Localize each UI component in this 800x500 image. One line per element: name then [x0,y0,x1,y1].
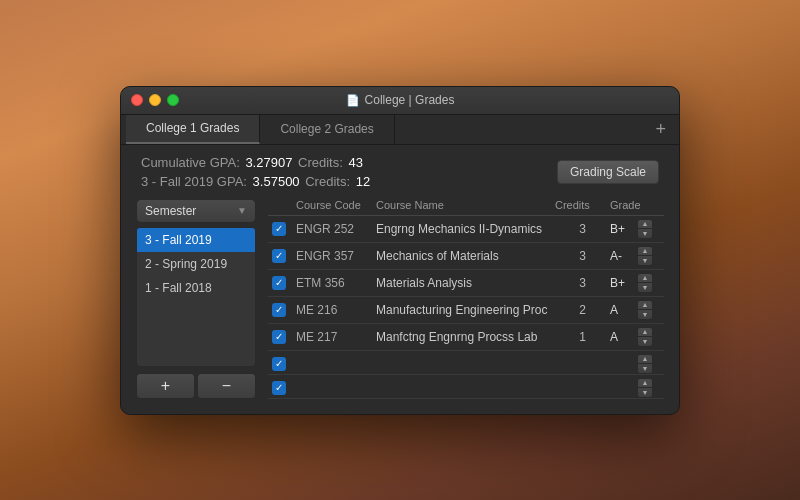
tab-bar: College 1 Grades College 2 Grades + [121,115,679,145]
semester-gpa-label: 3 - Fall 2019 GPA: [141,174,247,189]
stepper-up-6[interactable]: ▲ [638,355,652,364]
stepper-down-4[interactable]: ▼ [638,310,652,319]
tab-college-1[interactable]: College 1 Grades [126,115,260,144]
semester-credits-label: Credits: [305,174,350,189]
course-code-2: ENGR 357 [296,249,376,263]
stepper-down-6[interactable]: ▼ [638,364,652,373]
semester-item-fall-2018[interactable]: 1 - Fall 2018 [137,276,255,300]
stats-area: Cumulative GPA: 3.27907 Credits: 43 3 - … [121,145,679,199]
table-body: ENGR 252 Engrng Mechanics II-Dynamics 3 … [268,216,664,399]
minimize-button[interactable] [149,94,161,106]
course-name-4: Manufacturing Engineering Proc [376,303,555,317]
col-course-name: Course Name [376,199,555,211]
grade-stepper-5[interactable]: ▲ ▼ [637,327,653,347]
stepper-down-7[interactable]: ▼ [638,388,652,397]
tab-college-2[interactable]: College 2 Grades [260,115,394,144]
add-tab-button[interactable]: + [647,120,674,138]
row-checkbox-7[interactable] [272,381,286,395]
title-bar: 📄 College | Grades [121,87,679,115]
grade-value-3: B+ [610,276,635,290]
row-checkbox-5[interactable] [272,330,286,344]
grade-cell-4: A ▲ ▼ [610,300,660,320]
course-name-5: Manfctng Engnrng Procss Lab [376,330,555,344]
maximize-button[interactable] [167,94,179,106]
stepper-up-3[interactable]: ▲ [638,274,652,283]
col-grade: Grade [610,199,660,211]
remove-semester-button[interactable]: − [197,373,256,398]
grade-cell-3: B+ ▲ ▼ [610,273,660,293]
grade-stepper-6[interactable]: ▲ ▼ [637,354,653,374]
col-credits: Credits [555,199,610,211]
close-button[interactable] [131,94,143,106]
semester-gpa-value: 3.57500 [253,174,300,189]
cumulative-credits-value: 43 [348,155,362,170]
credits-4: 2 [555,303,610,317]
main-content: Semester ▼ 3 - Fall 2019 2 - Spring 2019… [121,199,679,414]
row-checkbox-1[interactable] [272,222,286,236]
row-checkbox-6[interactable] [272,357,286,371]
traffic-lights [131,94,179,106]
grade-stepper-7[interactable]: ▲ ▼ [637,378,653,398]
stepper-down-1[interactable]: ▼ [638,229,652,238]
course-name-1: Engrng Mechanics II-Dynamics [376,222,555,236]
cumulative-gpa-value: 3.27907 [245,155,292,170]
semester-gpa-row: 3 - Fall 2019 GPA: 3.57500 Credits: 12 [141,174,547,189]
chevron-down-icon: ▼ [237,205,247,216]
cumulative-credits-label: Credits: [298,155,343,170]
course-name-3: Materials Analysis [376,276,555,290]
grading-scale-button[interactable]: Grading Scale [557,160,659,184]
grade-cell-2: A- ▲ ▼ [610,246,660,266]
course-code-5: ME 217 [296,330,376,344]
grade-stepper-4[interactable]: ▲ ▼ [637,300,653,320]
stepper-up-1[interactable]: ▲ [638,220,652,229]
credits-3: 3 [555,276,610,290]
sidebar-controls: + − [136,373,256,398]
col-course-code: Course Code [296,199,376,211]
stepper-up-2[interactable]: ▲ [638,247,652,256]
row-checkbox-2[interactable] [272,249,286,263]
semester-item-spring-2019[interactable]: 2 - Spring 2019 [137,252,255,276]
stats-column: Cumulative GPA: 3.27907 Credits: 43 3 - … [141,155,547,189]
table-row: ENGR 252 Engrng Mechanics II-Dynamics 3 … [268,216,664,243]
table-row: ME 217 Manfctng Engnrng Procss Lab 1 A ▲… [268,324,664,351]
grade-stepper-3[interactable]: ▲ ▼ [637,273,653,293]
course-code-4: ME 216 [296,303,376,317]
stepper-up-7[interactable]: ▲ [638,379,652,388]
cumulative-gpa-row: Cumulative GPA: 3.27907 Credits: 43 [141,155,547,170]
grade-value-5: A [610,330,635,344]
main-window: 📄 College | Grades College 1 Grades Coll… [120,86,680,415]
table-row: ENGR 357 Mechanics of Materials 3 A- ▲ ▼ [268,243,664,270]
grade-cell-7: ▲ ▼ [610,378,660,398]
table-row-empty-2: ▲ ▼ [268,375,664,399]
course-table: Course Code Course Name Credits Grade EN… [268,199,664,399]
stepper-up-5[interactable]: ▲ [638,328,652,337]
cumulative-gpa-label: Cumulative GPA: [141,155,240,170]
grade-stepper-2[interactable]: ▲ ▼ [637,246,653,266]
grade-stepper-1[interactable]: ▲ ▼ [637,219,653,239]
grade-cell-1: B+ ▲ ▼ [610,219,660,239]
table-row: ME 216 Manufacturing Engineering Proc 2 … [268,297,664,324]
window-title-area: 📄 College | Grades [346,93,455,107]
stepper-up-4[interactable]: ▲ [638,301,652,310]
stepper-down-3[interactable]: ▼ [638,283,652,292]
stepper-down-5[interactable]: ▼ [638,337,652,346]
row-checkbox-3[interactable] [272,276,286,290]
table-row: ETM 356 Materials Analysis 3 B+ ▲ ▼ [268,270,664,297]
course-name-2: Mechanics of Materials [376,249,555,263]
semester-item-fall-2019[interactable]: 3 - Fall 2019 [137,228,255,252]
grade-value-4: A [610,303,635,317]
grade-cell-6: ▲ ▼ [610,354,660,374]
grade-cell-5: A ▲ ▼ [610,327,660,347]
course-code-3: ETM 356 [296,276,376,290]
sidebar: Semester ▼ 3 - Fall 2019 2 - Spring 2019… [136,199,256,399]
credits-2: 3 [555,249,610,263]
window-title: College | Grades [365,93,455,107]
add-semester-button[interactable]: + [136,373,195,398]
course-code-1: ENGR 252 [296,222,376,236]
row-checkbox-4[interactable] [272,303,286,317]
credits-1: 3 [555,222,610,236]
grade-value-2: A- [610,249,635,263]
stepper-down-2[interactable]: ▼ [638,256,652,265]
semester-dropdown[interactable]: Semester ▼ [136,199,256,223]
document-icon: 📄 [346,94,360,107]
